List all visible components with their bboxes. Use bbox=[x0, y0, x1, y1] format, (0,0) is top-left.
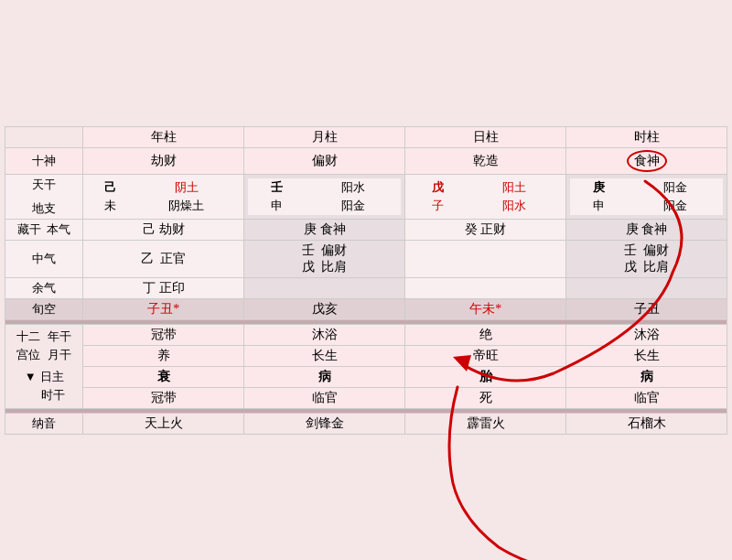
col-header-nian: 年柱 bbox=[83, 126, 244, 147]
shi-shen-shi: 食神 bbox=[566, 147, 727, 174]
main-table: 年柱 月柱 日柱 时柱 十神 劫财 偏财 乾造 食神 天干 地支 己 阴土 未 bbox=[5, 126, 727, 435]
tian-di-ri: 戊 阳土 子 阳水 bbox=[405, 174, 566, 219]
di-nian-attr: 阴燥土 bbox=[133, 197, 240, 215]
gong-yue-1: 沐浴 bbox=[244, 324, 405, 345]
label-zhong-qi: 中气 bbox=[5, 240, 83, 277]
shi-shen-nian: 劫财 bbox=[83, 147, 244, 174]
xun-kong-nian: 子丑* bbox=[83, 298, 244, 319]
xun-kong-ri: 午未* bbox=[405, 298, 566, 319]
di-ri-attr: 阳水 bbox=[466, 197, 562, 215]
zang-ben-ri: 癸 正财 bbox=[405, 219, 566, 240]
tian-di-yue: 壬 阳水 申 阳金 bbox=[244, 174, 405, 219]
zhong-qi-ri bbox=[405, 240, 566, 277]
label-di-zhi: 地支 bbox=[9, 200, 79, 217]
gong-nian-4: 冠带 bbox=[83, 387, 244, 408]
gong-shi-3: 病 bbox=[566, 366, 727, 387]
empty-header bbox=[5, 126, 83, 147]
tian-yue-char: 壬 bbox=[248, 178, 305, 197]
gong-yue-2: 长生 bbox=[244, 345, 405, 366]
gong-ri-3: 胎 bbox=[405, 366, 566, 387]
label-xun-kong: 旬空 bbox=[5, 298, 83, 319]
tian-ri-attr: 阳土 bbox=[466, 178, 562, 197]
yu-qi-yue bbox=[244, 277, 405, 298]
col-header-ri: 日柱 bbox=[405, 126, 566, 147]
di-nian-char: 未 bbox=[87, 197, 133, 215]
shi-shen-ri: 乾造 bbox=[405, 147, 566, 174]
tian-nian-attr1: 阴土 bbox=[133, 178, 240, 197]
gong-ri-1: 绝 bbox=[405, 324, 566, 345]
zhong-qi-shi: 壬 偏财 戊 比肩 bbox=[566, 240, 727, 277]
gong-shi-4: 临官 bbox=[566, 387, 727, 408]
gong-nian-2: 养 bbox=[83, 345, 244, 366]
tian-nian-char: 己 bbox=[87, 178, 133, 197]
zang-ben-shi: 庚 食神 bbox=[566, 219, 727, 240]
label-shi-shen: 十神 bbox=[5, 147, 83, 174]
na-yin-nian: 天上火 bbox=[83, 413, 244, 434]
label-gong-nian: 十二年干 宫位月干 ▼日主 时干 bbox=[5, 324, 83, 408]
di-ri-char: 子 bbox=[409, 197, 466, 215]
tian-ri-char: 戊 bbox=[409, 178, 466, 197]
tian-di-nian: 己 阴土 未 阴燥土 bbox=[83, 174, 244, 219]
yu-qi-nian: 丁 正印 bbox=[83, 277, 244, 298]
di-shi-attr: 阳金 bbox=[627, 197, 723, 215]
gong-yue-3: 病 bbox=[244, 366, 405, 387]
shi-shen-shi-circled: 食神 bbox=[627, 150, 667, 172]
gong-shi-1: 沐浴 bbox=[566, 324, 727, 345]
tian-shi-char: 庚 bbox=[570, 178, 627, 197]
di-yue-char: 申 bbox=[248, 197, 305, 215]
na-yin-ri: 霹雷火 bbox=[405, 413, 566, 434]
di-yue-attr: 阳金 bbox=[305, 197, 401, 215]
zang-ben-yue: 庚 食神 bbox=[244, 219, 405, 240]
label-tian-di: 天干 地支 bbox=[5, 174, 83, 219]
gong-nian-1: 冠带 bbox=[83, 324, 244, 345]
label-tian-gan: 天干 bbox=[9, 177, 79, 193]
shi-shen-yue: 偏财 bbox=[244, 147, 405, 174]
gong-shi-2: 长生 bbox=[566, 345, 727, 366]
label-na-yin: 纳音 bbox=[5, 413, 83, 434]
label-yu-qi: 余气 bbox=[5, 277, 83, 298]
tian-yue-attr: 阳水 bbox=[305, 178, 401, 197]
gong-yue-4: 临官 bbox=[244, 387, 405, 408]
xun-kong-yue: 戊亥 bbox=[244, 298, 405, 319]
zang-ben-nian: 己 劫财 bbox=[83, 219, 244, 240]
col-header-shi: 时柱 bbox=[566, 126, 727, 147]
na-yin-yue: 剑锋金 bbox=[244, 413, 405, 434]
gong-ri-2: 帝旺 bbox=[405, 345, 566, 366]
label-zang-ben: 藏干 本气 bbox=[5, 219, 83, 240]
gong-nian-3: 衰 bbox=[83, 366, 244, 387]
tian-shi-attr: 阳金 bbox=[627, 178, 723, 197]
tian-di-shi: 庚 阳金 申 阳金 bbox=[566, 174, 727, 219]
xun-kong-shi: 子丑 bbox=[566, 298, 727, 319]
di-shi-char: 申 bbox=[570, 197, 627, 215]
col-header-yue: 月柱 bbox=[244, 126, 405, 147]
gong-ri-4: 死 bbox=[405, 387, 566, 408]
yu-qi-shi bbox=[566, 277, 727, 298]
zhong-qi-nian: 乙 正官 bbox=[83, 240, 244, 277]
na-yin-shi: 石榴木 bbox=[566, 413, 727, 434]
zhong-qi-yue: 壬 偏财 戊 比肩 bbox=[244, 240, 405, 277]
yu-qi-ri bbox=[405, 277, 566, 298]
